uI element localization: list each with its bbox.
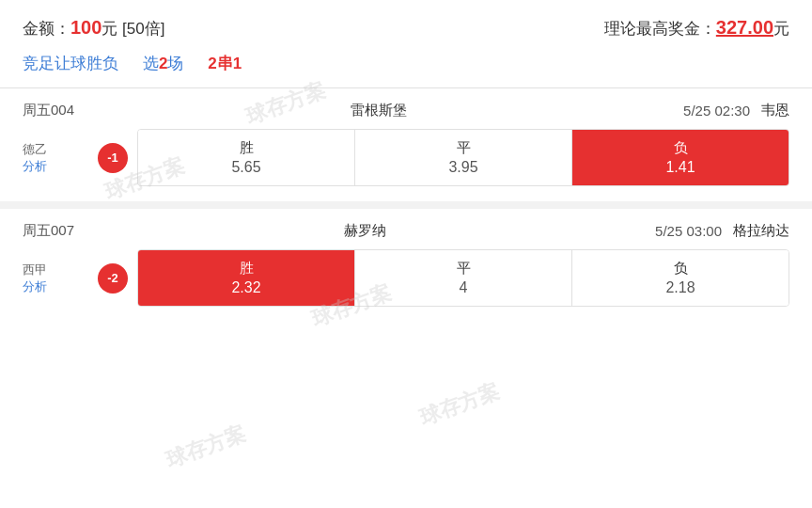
odds-cell-1-draw[interactable]: 平 3.95 bbox=[355, 130, 572, 185]
league-info-2: 西甲 分析 bbox=[23, 262, 88, 295]
max-prize-info: 理论最高奖金：327.00元 bbox=[604, 17, 789, 40]
select-unit: 场 bbox=[167, 55, 183, 72]
odds-cell-1-win[interactable]: 胜 5.65 bbox=[138, 130, 355, 185]
watermark-5: 球存方案 bbox=[163, 420, 250, 474]
max-prize-value: 327.00 bbox=[716, 17, 773, 38]
odds-cell-2-draw[interactable]: 平 4 bbox=[355, 250, 572, 306]
match-home-1: 雷根斯堡 bbox=[86, 102, 672, 119]
watermark-4: 球存方案 bbox=[416, 377, 504, 432]
odds-value-draw-2: 4 bbox=[460, 279, 468, 296]
league-name-2: 西甲 bbox=[23, 262, 47, 278]
amount-unit: 元 [50倍] bbox=[102, 20, 164, 38]
odds-row-1: 胜 5.65 平 3.95 负 1.41 bbox=[137, 129, 789, 186]
handicap-badge-2: -2 bbox=[98, 263, 128, 294]
match-away-2: 格拉纳达 bbox=[733, 222, 789, 240]
league-name-1: 德乙 bbox=[23, 141, 47, 158]
odds-value-lose-2: 2.18 bbox=[665, 279, 695, 296]
odds-value-lose-1: 1.41 bbox=[665, 159, 695, 176]
match-time-1: 5/25 02:30 bbox=[683, 103, 750, 119]
max-prize-label: 理论最高奖金： bbox=[604, 20, 716, 38]
amount-info: 金额：100元 [50倍] bbox=[23, 17, 164, 40]
handicap-badge-1: -1 bbox=[98, 143, 128, 173]
match-time-2: 5/25 03:00 bbox=[655, 223, 722, 239]
odds-value-win-1: 5.65 bbox=[231, 159, 260, 176]
match-block-1: 周五004 雷根斯堡 5/25 02:30 韦恩 德乙 分析 -1 胜 5.65… bbox=[0, 88, 812, 209]
select-count: 2 bbox=[159, 55, 167, 72]
header-section: 金额：100元 [50倍] 理论最高奖金：327.00元 bbox=[0, 0, 812, 49]
spacer bbox=[188, 55, 204, 72]
league-info-1: 德乙 分析 bbox=[23, 141, 88, 175]
odds-value-draw-1: 3.95 bbox=[448, 159, 477, 176]
amount-value: 100 bbox=[70, 17, 102, 38]
match-sub-2: 西甲 分析 -2 胜 2.32 平 4 负 2.18 bbox=[23, 249, 789, 307]
bet-type-label: 竞足让球胜负 bbox=[23, 55, 118, 72]
odds-row-2: 胜 2.32 平 4 负 2.18 bbox=[137, 249, 789, 307]
match-id-1: 周五004 bbox=[23, 102, 74, 119]
odds-value-win-2: 2.32 bbox=[231, 279, 260, 296]
odds-label-draw-1: 平 bbox=[457, 139, 471, 157]
odds-label-lose-2: 负 bbox=[674, 260, 688, 278]
match-header-2: 周五007 赫罗纳 5/25 03:00 格拉纳达 bbox=[23, 222, 789, 240]
match-header-1: 周五004 雷根斯堡 5/25 02:30 韦恩 bbox=[23, 102, 789, 119]
select-label: 选 bbox=[143, 55, 159, 72]
match-sub-1: 德乙 分析 -1 胜 5.65 平 3.95 负 1.41 bbox=[23, 129, 789, 186]
analysis-link-1[interactable]: 分析 bbox=[23, 158, 47, 175]
odds-label-draw-2: 平 bbox=[457, 260, 471, 278]
odds-cell-2-win[interactable]: 胜 2.32 bbox=[138, 250, 355, 306]
odds-cell-1-lose[interactable]: 负 1.41 bbox=[572, 130, 789, 185]
match-id-2: 周五007 bbox=[23, 222, 74, 240]
amount-label: 金额： bbox=[23, 20, 70, 38]
odds-label-win-2: 胜 bbox=[240, 260, 254, 278]
bet-type-section: 竞足让球胜负 选2场 2串1 bbox=[0, 49, 812, 87]
odds-label-win-1: 胜 bbox=[240, 139, 254, 157]
match-home-2: 赫罗纳 bbox=[86, 222, 644, 240]
odds-label-lose-1: 负 bbox=[674, 139, 688, 157]
match-away-1: 韦恩 bbox=[761, 102, 789, 119]
match-block-2: 周五007 赫罗纳 5/25 03:00 格拉纳达 西甲 分析 -2 胜 2.3… bbox=[0, 209, 812, 322]
series-label: 2串1 bbox=[208, 55, 242, 72]
max-prize-unit: 元 bbox=[773, 20, 789, 38]
odds-cell-2-lose[interactable]: 负 2.18 bbox=[572, 250, 789, 306]
select-label bbox=[122, 55, 138, 72]
analysis-link-2[interactable]: 分析 bbox=[23, 278, 47, 295]
